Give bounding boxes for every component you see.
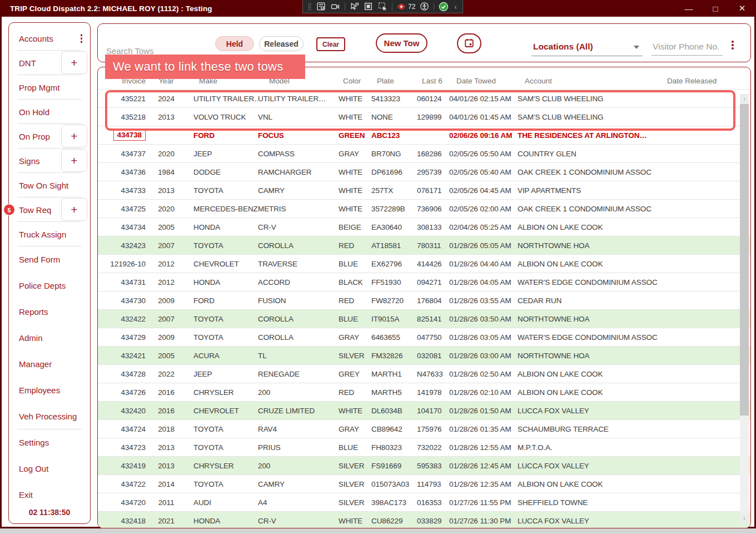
cell-account: OAK CREEK 1 CONDOMINIUM ASSOC <box>517 168 667 176</box>
cell-invoice: 434725 <box>98 205 149 213</box>
sidebar-item-send-form[interactable]: Send Form <box>9 246 90 273</box>
table-row[interactable]: 434733 2013 TOYOTA CAMRY WHITE 257TX 076… <box>98 181 750 200</box>
sidebar-item-tow-on-sight[interactable]: Tow On Sight <box>9 173 90 197</box>
tray-collapse-icon[interactable]: ‹ <box>453 3 458 11</box>
table-row[interactable]: 435221 2024 UTILITY TRAILER… UTILITY TRA… <box>98 90 750 108</box>
table-row[interactable]: 432423 2007 TOYOTA COROLLA RED AT18581 7… <box>98 236 750 255</box>
cell-last6: 076171 <box>417 186 448 195</box>
sidebar-item-tow-req[interactable]: 5 Tow Req + <box>9 197 90 222</box>
table-row[interactable]: 435218 2013 VOLVO TRUCK VNL WHITE NONE 1… <box>98 108 750 126</box>
cell-plate: 015073A03 <box>370 480 417 488</box>
cell-model: VNL <box>258 113 336 121</box>
window-title: TRIP Cloud Dispatch 2.2: MICHAEL ROY (11… <box>0 4 212 13</box>
cell-account: ALBION ON LAKE COOK <box>517 480 667 488</box>
maximize-button[interactable]: □ <box>709 4 722 13</box>
sidebar-item-reports[interactable]: Reports <box>9 299 90 325</box>
cell-make: JEEP <box>183 370 258 378</box>
cell-account: LUCCA FOX VALLEY <box>517 462 667 470</box>
record-indicator-icon[interactable] <box>397 2 406 11</box>
sidebar-item-label: Admin <box>19 333 43 343</box>
sidebar-item-police-depts[interactable]: Police Depts <box>9 273 90 299</box>
table-row[interactable]: 432419 2013 CHRYSLER 200 SILVER FS91669 … <box>98 457 750 475</box>
minimize-button[interactable]: — <box>683 4 695 13</box>
cursor-capture-icon[interactable] <box>377 2 387 11</box>
scrollbar-thumb[interactable] <box>740 104 749 416</box>
sidebar-item-manager[interactable]: Manager <box>9 351 90 377</box>
add-plus-button[interactable]: + <box>61 51 87 74</box>
sidebar-item-truck-assign[interactable]: Truck Assign <box>9 222 90 246</box>
table-row[interactable]: 434738 FORD FOCUS GREEN ABC123 02/06/26 … <box>98 126 750 145</box>
cell-last6: 047750 <box>417 333 448 342</box>
cell-date-towed: 04/01/26 01:45 AM <box>448 113 517 121</box>
add-plus-button[interactable]: + <box>61 149 87 172</box>
table-row[interactable]: 434730 2009 FORD FUSION RED FW82720 1768… <box>98 291 750 310</box>
cell-last6: 732022 <box>417 443 448 452</box>
table-scrollbar[interactable]: ↑ ↓ <box>740 94 749 522</box>
cell-account: VIP APARTMENTS <box>517 186 667 195</box>
table-row[interactable]: 432420 2016 CHEVROLET CRUZE LIMITED WHIT… <box>98 402 750 420</box>
sidebar-item-admin[interactable]: Admin <box>9 325 90 351</box>
scroll-up-icon[interactable]: ↑ <box>740 94 749 104</box>
cell-date-towed: 01/28/26 02:50 AM <box>448 370 517 378</box>
cell-year: 2013 <box>149 443 183 452</box>
table-row[interactable]: 434722 2014 TOYOTA CAMRY SILVER 015073A0… <box>98 475 750 493</box>
table-row[interactable]: 434720 2011 AUDI A4 SILVER 398AC173 0163… <box>98 493 750 512</box>
sidebar-item-veh-processing[interactable]: Veh Processing <box>9 403 90 429</box>
cell-plate: DL6034B <box>370 407 417 415</box>
table-row[interactable]: 434724 2018 TOYOTA RAV4 GRAY CB89642 175… <box>98 420 750 438</box>
table-row[interactable]: 434736 1984 DODGE RAMCHARGER WHITE DP616… <box>98 163 750 181</box>
cell-plate: CU86229 <box>370 517 417 525</box>
sidebar-item-prop-mgmt[interactable]: Prop Mgmt <box>9 75 90 100</box>
sidebar-item-exit[interactable]: Exit <box>9 482 90 508</box>
grip-handle-icon[interactable] <box>307 2 312 11</box>
close-button[interactable]: ✕ <box>736 3 748 13</box>
clear-button[interactable]: Clear <box>316 37 345 51</box>
locations-dropdown[interactable]: Locations (All) <box>531 42 643 56</box>
cell-account: THE RESIDENCES AT ARLINGTON… <box>517 131 667 140</box>
table-row[interactable]: 121926-10 2012 CHEVROLET TRAVERSE BLUE E… <box>98 255 750 273</box>
table-row[interactable]: 432421 2005 ACURA TL SILVER FM32826 0320… <box>98 347 750 365</box>
scroll-down-icon[interactable]: ↓ <box>740 512 749 522</box>
camera-icon[interactable] <box>330 2 340 11</box>
held-filter-button[interactable]: Held <box>215 36 254 51</box>
table-row[interactable]: 434723 2013 TOYOTA PRIUS BLUE FH80323 73… <box>98 438 750 457</box>
cursor-flag-icon[interactable] <box>350 2 359 11</box>
sidebar-item-label: Signs <box>19 156 40 166</box>
sidebar-item-settings[interactable]: Settings <box>9 429 90 456</box>
sidebar-item-employees[interactable]: Employees <box>9 377 90 403</box>
sidebar-item-log-out[interactable]: Log Out <box>9 456 90 482</box>
sidebar-item-signs[interactable]: Signs + <box>9 149 90 173</box>
cell-plate: CB89642 <box>370 425 417 433</box>
visitor-phone-input[interactable] <box>651 42 723 56</box>
panel-settings-icon[interactable] <box>316 2 326 11</box>
new-tow-button[interactable]: New Tow <box>376 33 427 53</box>
record-counter: 72 <box>408 3 415 11</box>
table-row[interactable]: 434725 2020 MERCEDES-BENZ METRIS WHITE 3… <box>98 200 750 218</box>
table-row[interactable]: 432418 2021 HONDA CR-V WHITE CU86229 033… <box>98 512 750 528</box>
table-row[interactable]: 434734 2005 HONDA CR-V BEIGE EA30640 308… <box>98 218 750 236</box>
calendar-button[interactable] <box>457 33 481 53</box>
item-kebab-icon[interactable] <box>81 34 83 43</box>
add-plus-button[interactable]: + <box>61 125 87 147</box>
sidebar-item-dnt[interactable]: DNT + <box>9 51 90 75</box>
sidebar-items: Accounts DNT + Prop Mgmt On Hold On Prop… <box>9 26 90 508</box>
accessibility-icon[interactable] <box>420 2 429 11</box>
table-row[interactable]: 434729 2009 TOYOTA COROLLA GRAY 6463655 … <box>98 328 750 347</box>
sidebar-item-on-prop[interactable]: On Prop + <box>9 124 90 149</box>
sidebar-item-label: Manager <box>19 359 52 369</box>
released-filter-button[interactable]: Released <box>259 36 304 51</box>
sidebar-item-accounts[interactable]: Accounts <box>9 26 90 51</box>
table-row[interactable]: 434728 2022 JEEP RENEGADE GREY MARTH1 N4… <box>98 365 750 383</box>
table-row[interactable]: 434737 2020 JEEP COMPASS GRAY BR70NG 168… <box>98 145 750 163</box>
table-row[interactable]: 432422 2007 TOYOTA COROLLA BLUE IT9015A … <box>98 310 750 328</box>
cell-year: 2005 <box>149 223 183 231</box>
table-row[interactable]: 434726 2016 CHRYSLER 200 RED MARTH5 1419… <box>98 383 750 402</box>
toolbar-kebab-icon[interactable] <box>732 41 734 50</box>
status-check-icon[interactable] <box>439 2 449 12</box>
table-row[interactable]: 434731 2012 HONDA ACCORD BLACK FF51930 0… <box>98 273 750 291</box>
add-plus-button[interactable]: + <box>61 198 87 221</box>
sidebar-item-on-hold[interactable]: On Hold <box>9 100 90 124</box>
stop-square-icon[interactable] <box>364 2 373 11</box>
column-header-date-released: Date Released <box>667 77 750 85</box>
cell-color: WHITE <box>336 113 370 121</box>
